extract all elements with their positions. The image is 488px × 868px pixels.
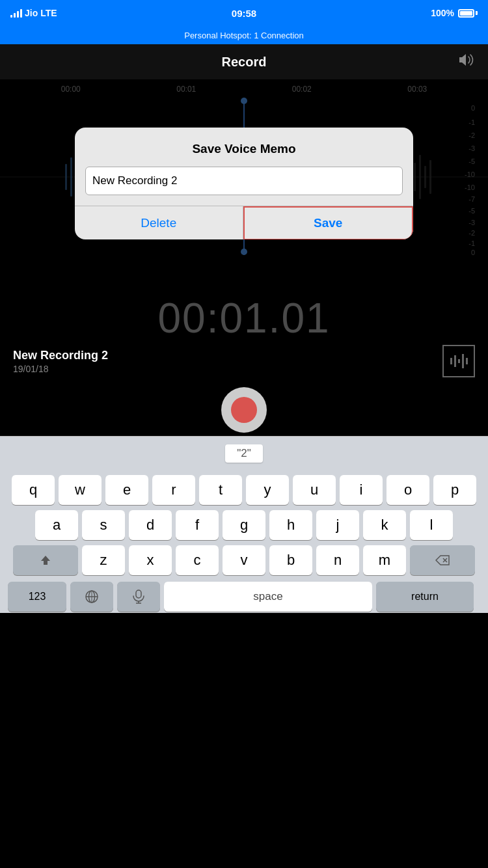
shift-key[interactable] [13, 545, 78, 575]
recording-date: 19/01/18 [13, 364, 108, 374]
key-v[interactable]: v [223, 545, 265, 575]
globe-key[interactable] [70, 582, 113, 612]
key-j[interactable]: j [316, 510, 359, 540]
key-r[interactable]: r [152, 475, 195, 505]
timer-area: 00:01.01 New Recording 2 19/01/18 [0, 288, 488, 384]
key-h[interactable]: h [269, 510, 312, 540]
status-left: Jio LTE [10, 8, 57, 18]
key-m[interactable]: m [363, 545, 406, 575]
speaker-icon[interactable] [457, 52, 475, 72]
key-w[interactable]: w [59, 475, 102, 505]
key-g[interactable]: g [223, 510, 265, 540]
key-t[interactable]: t [199, 475, 242, 505]
carrier-label: Jio [25, 8, 38, 18]
key-e[interactable]: e [105, 475, 148, 505]
svg-rect-87 [450, 358, 452, 364]
record-title: Record [222, 55, 267, 70]
key-n[interactable]: n [316, 545, 359, 575]
key-u[interactable]: u [293, 475, 336, 505]
autocorrect-bar: "2" [0, 436, 488, 470]
save-voice-memo-dialog: Save Voice Memo Delete Save [75, 128, 413, 239]
dialog-title: Save Voice Memo [75, 128, 413, 167]
key-i[interactable]: i [340, 475, 383, 505]
key-s[interactable]: s [82, 510, 125, 540]
svg-rect-91 [466, 358, 468, 364]
return-key[interactable]: return [376, 582, 474, 612]
key-x[interactable]: x [129, 545, 172, 575]
status-right: 100% [431, 8, 478, 18]
waveform-area: 00:00 00:01 00:02 00:03 [0, 79, 488, 288]
record-button-inner [231, 397, 257, 423]
key-p[interactable]: p [433, 475, 476, 505]
network-label: LTE [40, 8, 57, 18]
key-a[interactable]: a [35, 510, 78, 540]
keyboard-row-4: 123 space return [3, 580, 488, 613]
svg-rect-98 [136, 590, 141, 598]
key-y[interactable]: y [246, 475, 289, 505]
save-button[interactable]: Save [243, 206, 414, 239]
key-o[interactable]: o [386, 475, 429, 505]
mic-key[interactable] [117, 582, 160, 612]
hotspot-label: Personal Hotspot: 1 Connection [184, 31, 304, 40]
dialog-input-container [75, 167, 413, 206]
autocorrect-suggestion[interactable]: "2" [225, 444, 263, 463]
svg-rect-88 [454, 355, 456, 367]
signal-bars-icon [10, 8, 22, 18]
key-k[interactable]: k [363, 510, 406, 540]
record-header: Record [0, 44, 488, 79]
keyboard-row-2: a s d f g h j k l [3, 510, 485, 540]
timer-display: 00:01.01 [13, 294, 475, 342]
battery-icon [458, 9, 478, 18]
keyboard: q w e r t y u i o p a s d f g h j k l z … [0, 470, 488, 613]
dialog-buttons: Delete Save [75, 206, 413, 239]
space-key[interactable]: space [164, 582, 372, 612]
battery-percent: 100% [431, 8, 454, 18]
key-d[interactable]: d [129, 510, 172, 540]
delete-button[interactable]: Delete [75, 206, 243, 239]
key-c[interactable]: c [176, 545, 219, 575]
status-time: 09:58 [232, 8, 256, 19]
key-l[interactable]: l [410, 510, 453, 540]
keyboard-row-1: q w e r t y u i o p [3, 475, 485, 505]
status-bar: Jio LTE 09:58 100% [0, 0, 488, 26]
key-b[interactable]: b [269, 545, 312, 575]
record-button[interactable] [221, 387, 267, 433]
recording-info: New Recording 2 19/01/18 [13, 342, 475, 380]
hotspot-bar: Personal Hotspot: 1 Connection [0, 26, 488, 44]
key-q[interactable]: q [12, 475, 55, 505]
recording-details: New Recording 2 19/01/18 [13, 349, 108, 374]
record-button-area [0, 384, 488, 436]
recording-name: New Recording 2 [13, 349, 108, 362]
waveform-thumb-icon [442, 345, 475, 377]
key-z[interactable]: z [82, 545, 125, 575]
keyboard-row-3: z x c v b n m [3, 545, 485, 575]
key-f[interactable]: f [176, 510, 219, 540]
svg-rect-90 [462, 354, 464, 368]
recording-name-input[interactable] [85, 167, 403, 195]
svg-rect-89 [458, 359, 460, 363]
backspace-key[interactable] [410, 545, 475, 575]
numbers-key[interactable]: 123 [8, 582, 66, 612]
